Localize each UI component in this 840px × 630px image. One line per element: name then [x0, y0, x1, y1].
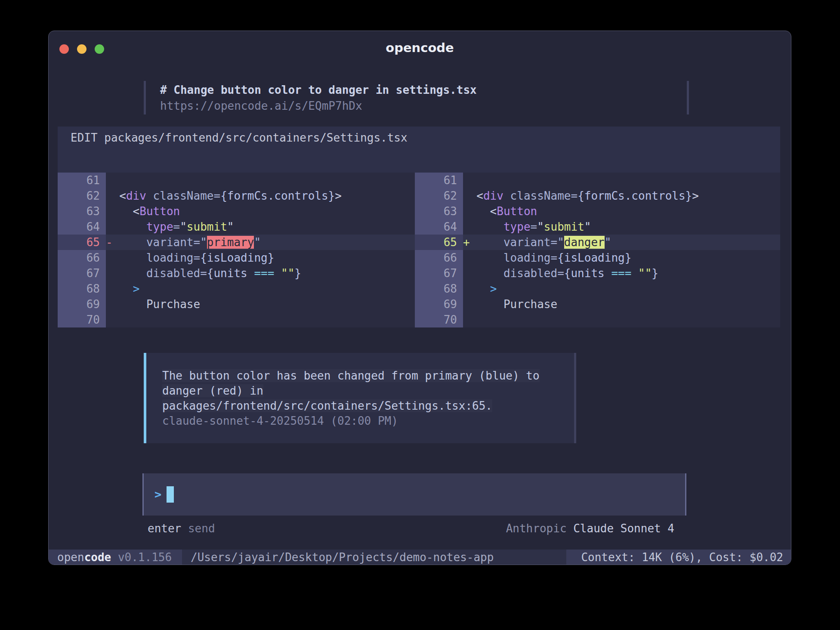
diff-row-66: 66 loading={isLoading}66 loading={isLoad…	[58, 250, 780, 266]
working-directory: /Users/jayair/Desktop/Projects/demo-note…	[182, 550, 566, 565]
diff-row-62: 62 <div className={formCs.controls}>62 <…	[58, 188, 780, 204]
screen: opencode # Change button color to danger…	[0, 0, 840, 630]
line-number-new: 64	[415, 219, 463, 235]
title-bar: opencode	[49, 31, 791, 61]
status-bar: opencode v0.1.156 /Users/jayair/Desktop/…	[49, 550, 791, 565]
diff-row-63: 63 <Button63 <Button	[58, 204, 780, 219]
line-number-old: 61	[58, 173, 106, 188]
line-number-old: 66	[58, 250, 106, 266]
line-number-new: 63	[415, 204, 463, 219]
line-number-new: 65	[415, 235, 463, 250]
context-cost: Context: 14K (6%), Cost: $0.02	[566, 550, 791, 565]
line-number-old: 65	[58, 235, 106, 250]
code-line-new	[463, 173, 780, 188]
prompt-symbol: >	[154, 486, 161, 503]
assistant-message: The button color has been changed from p…	[144, 353, 576, 443]
line-number-old: 70	[58, 312, 106, 327]
model-indicator: Anthropic Claude Sonnet 4	[506, 521, 674, 536]
code-line-new: <Button	[463, 204, 780, 219]
diff-row-67: 67 disabled={units === ""}67 disabled={u…	[58, 266, 780, 281]
share-link[interactable]: https://opencode.ai/s/EQmP7hDx	[160, 99, 362, 112]
user-message: # Change button color to danger in setti…	[144, 81, 689, 114]
line-number-new: 70	[415, 312, 463, 327]
code-line-old: type="submit"	[106, 219, 415, 235]
prompt-input[interactable]: >	[142, 473, 686, 516]
assistant-meta: claude-sonnet-4-20250514 (02:00 PM)	[162, 414, 574, 429]
text-cursor	[167, 486, 174, 503]
diff-row-64: 64 type="submit"64 type="submit"	[58, 219, 780, 235]
prompt-hints: enter send Anthropic Claude Sonnet 4	[142, 521, 686, 536]
diff-row-68: 68 >68 >	[58, 281, 780, 296]
line-number-new: 67	[415, 266, 463, 281]
code-line-old	[106, 312, 415, 327]
assistant-text-line: danger (red) in	[162, 383, 574, 398]
window-title: opencode	[49, 40, 791, 55]
code-line-new	[463, 312, 780, 327]
user-message-heading: # Change button color to danger in setti…	[160, 82, 687, 98]
line-number-new: 66	[415, 250, 463, 266]
diff-row-61: 6161	[58, 173, 780, 188]
assistant-text-line: The button color has been changed from p…	[162, 368, 574, 383]
code-line-old: <div className={formCs.controls}>	[106, 188, 415, 204]
line-number-new: 61	[415, 173, 463, 188]
send-hint: enter send	[148, 521, 215, 536]
diff-table: 616162 <div className={formCs.controls}>…	[58, 173, 780, 327]
code-line-new: Purchase	[463, 296, 780, 312]
line-number-old: 62	[58, 188, 106, 204]
code-line-old: >	[106, 281, 415, 296]
code-line-old: Purchase	[106, 296, 415, 312]
line-number-new: 69	[415, 296, 463, 312]
code-line-old: disabled={units === ""}	[106, 266, 415, 281]
code-line-new: loading={isLoading}	[463, 250, 780, 266]
edit-file-path: EDIT packages/frontend/src/containers/Se…	[71, 130, 780, 145]
edit-tool-panel: EDIT packages/frontend/src/containers/Se…	[58, 127, 780, 173]
code-line-new: >	[463, 281, 780, 296]
line-number-old: 68	[58, 281, 106, 296]
line-number-old: 64	[58, 219, 106, 235]
opencode-window: opencode # Change button color to danger…	[48, 31, 791, 565]
code-line-new: <div className={formCs.controls}>	[463, 188, 780, 204]
code-line-old: <Button	[106, 204, 415, 219]
code-line-new: type="submit"	[463, 219, 780, 235]
assistant-text-line: packages/frontend/src/containers/Setting…	[162, 398, 574, 414]
code-line-new: disabled={units === ""}	[463, 266, 780, 281]
line-number-old: 63	[58, 204, 106, 219]
line-number-new: 68	[415, 281, 463, 296]
app-version: opencode v0.1.156	[49, 550, 182, 565]
code-line-old	[106, 173, 415, 188]
line-number-new: 62	[415, 188, 463, 204]
code-line-old: loading={isLoading}	[106, 250, 415, 266]
diff-row-70: 7070	[58, 312, 780, 327]
line-number-old: 69	[58, 296, 106, 312]
code-line-new: + variant="danger"	[463, 235, 780, 250]
code-line-old: - variant="primary"	[106, 235, 415, 250]
diff-row-69: 69 Purchase69 Purchase	[58, 296, 780, 312]
line-number-old: 67	[58, 266, 106, 281]
diff-row-65: 65- variant="primary"65+ variant="danger…	[58, 235, 780, 250]
